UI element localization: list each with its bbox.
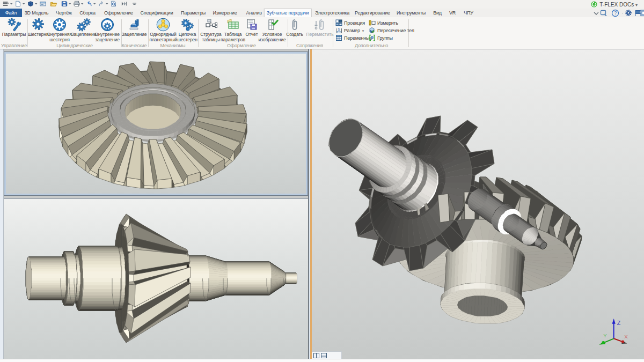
svg-text:Z: Z <box>617 320 621 326</box>
svg-text:X: X <box>624 334 628 339</box>
svg-text:S: S <box>338 27 340 31</box>
svg-text:?: ? <box>614 10 617 16</box>
svg-text:Y: Y <box>603 333 607 338</box>
